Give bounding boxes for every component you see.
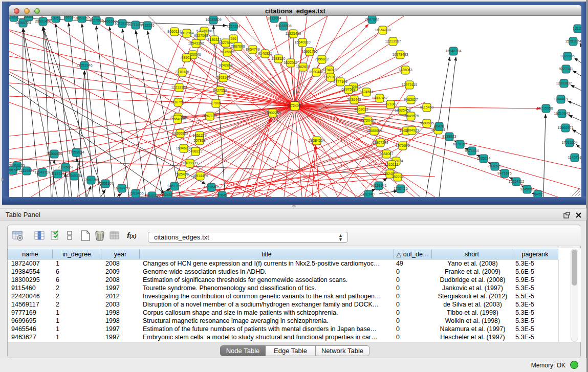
svg-text:16782759: 16782759 (114, 186, 129, 190)
svg-text:2935114: 2935114 (477, 157, 491, 160)
svg-text:12505135: 12505135 (66, 174, 82, 178)
svg-text:18807249: 18807249 (372, 141, 388, 144)
svg-text:14055724: 14055724 (15, 21, 31, 25)
svg-text:20691406: 20691406 (35, 19, 51, 23)
svg-text:8938923: 8938923 (442, 135, 456, 138)
svg-text:10958107: 10958107 (97, 182, 113, 185)
svg-text:9115460: 9115460 (420, 105, 434, 109)
svg-text:3624554: 3624554 (359, 90, 373, 94)
svg-text:9245652: 9245652 (520, 187, 534, 191)
svg-text:9084067: 9084067 (379, 152, 393, 156)
svg-text:19166829: 19166829 (172, 132, 188, 135)
svg-text:7803144: 7803144 (216, 76, 230, 79)
svg-text:1588520: 1588520 (271, 57, 285, 60)
svg-text:18649575: 18649575 (403, 114, 419, 118)
svg-text:10654112: 10654112 (509, 180, 525, 183)
svg-text:98901: 98901 (181, 56, 191, 59)
svg-text:16654906: 16654906 (169, 117, 185, 121)
svg-text:546: 546 (230, 37, 236, 40)
svg-text:1862: 1862 (10, 16, 18, 19)
svg-text:19218506: 19218506 (275, 24, 291, 28)
svg-text:16033809: 16033809 (205, 18, 221, 21)
svg-text:13125: 13125 (573, 27, 581, 30)
svg-text:6794028: 6794028 (322, 68, 336, 72)
svg-text:96452: 96452 (533, 192, 543, 196)
svg-text:10973493: 10973493 (392, 53, 408, 56)
svg-text:20091: 20091 (24, 16, 34, 18)
svg-text:16653: 16653 (63, 16, 74, 19)
svg-text:18724007: 18724007 (287, 104, 302, 107)
svg-text:12093832: 12093832 (556, 81, 572, 85)
svg-text:16154808: 16154808 (375, 28, 390, 32)
svg-text:39154: 39154 (9, 168, 18, 172)
svg-text:2036448: 2036448 (347, 98, 361, 101)
svg-text:6897508: 6897508 (341, 87, 355, 91)
svg-text:17006: 17006 (211, 101, 221, 105)
svg-text:10688609: 10688609 (366, 129, 382, 133)
svg-text:16961755: 16961755 (301, 50, 317, 53)
svg-text:16640910: 16640910 (294, 40, 310, 44)
svg-text:10653267: 10653267 (74, 16, 90, 20)
svg-text:5322037: 5322037 (284, 61, 297, 64)
svg-text:13902285: 13902285 (265, 111, 280, 115)
svg-text:3267130: 3267130 (203, 114, 216, 118)
svg-text:10807467: 10807467 (372, 96, 387, 100)
svg-text:8912954: 8912954 (180, 31, 193, 35)
svg-text:1146753: 1146753 (568, 156, 581, 159)
svg-text:12213369: 12213369 (171, 85, 187, 89)
svg-text:10025458: 10025458 (395, 108, 410, 112)
svg-text:7632621: 7632621 (488, 164, 502, 168)
svg-text:8427552: 8427552 (213, 89, 227, 92)
svg-text:1527602: 1527602 (89, 18, 103, 22)
svg-text:12975115: 12975115 (402, 83, 418, 86)
svg-text:5498222: 5498222 (188, 149, 202, 153)
svg-text:11325419: 11325419 (286, 32, 301, 35)
svg-text:1615112: 1615112 (385, 163, 399, 166)
svg-text:92450: 92450 (163, 193, 173, 196)
svg-text:9463627: 9463627 (404, 98, 418, 101)
svg-text:1362615: 1362615 (296, 65, 310, 69)
svg-text:9474444: 9474444 (465, 149, 478, 152)
svg-text:16107552: 16107552 (170, 100, 186, 104)
svg-text:1804923: 1804923 (405, 128, 419, 132)
svg-text:252214: 252214 (391, 175, 403, 179)
svg-text:132340: 132340 (362, 192, 374, 196)
svg-text:12213967: 12213967 (385, 39, 401, 43)
svg-text:9227341: 9227341 (559, 67, 573, 71)
svg-text:12942737: 12942737 (34, 170, 50, 174)
svg-text:16210643: 16210643 (554, 112, 570, 115)
svg-text:1733426: 1733426 (394, 187, 407, 190)
svg-text:9329906: 9329906 (560, 54, 574, 58)
svg-text:12923466: 12923466 (127, 191, 143, 195)
svg-text:7625402: 7625402 (175, 172, 188, 176)
svg-text:1975692: 1975692 (396, 144, 409, 147)
svg-text:2718126: 2718126 (175, 70, 189, 74)
svg-text:17957255: 17957255 (83, 178, 99, 182)
svg-text:9699695: 9699695 (420, 121, 433, 125)
svg-text:9457791: 9457791 (167, 184, 181, 188)
svg-text:1621022: 1621022 (323, 75, 337, 79)
svg-text:21053346: 21053346 (76, 63, 92, 67)
svg-text:11409939: 11409939 (182, 161, 198, 165)
svg-text:15720407: 15720407 (360, 119, 376, 122)
svg-text:23975867: 23975867 (57, 165, 73, 169)
svg-text:9242848: 9242848 (219, 63, 232, 67)
svg-text:2087682: 2087682 (365, 17, 379, 21)
svg-text:10853: 10853 (51, 16, 61, 20)
svg-text:62100: 62100 (385, 102, 396, 106)
svg-text:7515526: 7515526 (140, 24, 154, 27)
svg-text:20206536: 20206536 (46, 152, 62, 156)
svg-text:80476: 80476 (434, 124, 444, 128)
svg-text:17016504: 17016504 (561, 141, 577, 144)
svg-text:15751074: 15751074 (565, 39, 581, 43)
svg-text:17359924: 17359924 (68, 150, 84, 154)
svg-text:15716485: 15716485 (203, 185, 219, 189)
svg-text:184923: 184923 (146, 194, 158, 197)
svg-text:16543392: 16543392 (188, 41, 204, 45)
svg-text:9146821: 9146821 (258, 52, 272, 55)
svg-text:5215958: 5215958 (539, 106, 553, 110)
svg-text:9777109: 9777109 (333, 80, 347, 83)
svg-text:87645: 87645 (217, 193, 227, 197)
svg-text:19384554: 19384554 (309, 139, 324, 142)
svg-text:8990448: 8990448 (309, 70, 323, 74)
